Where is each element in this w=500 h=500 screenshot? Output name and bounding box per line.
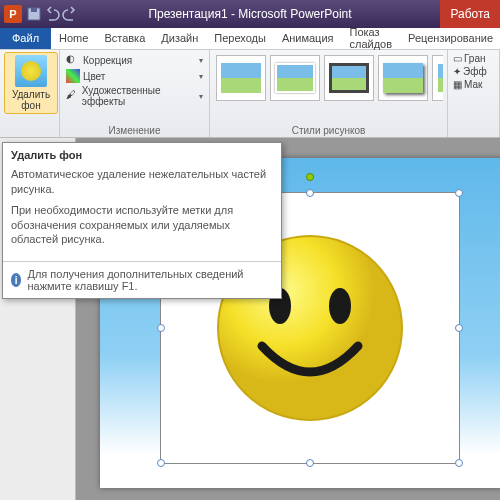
tab-home[interactable]: Home: [51, 27, 96, 49]
resize-handle[interactable]: [157, 459, 165, 467]
picture-layout-button[interactable]: ▦Мак: [452, 78, 495, 91]
color-button[interactable]: Цвет▾: [64, 68, 205, 84]
style-thumb[interactable]: [378, 55, 428, 101]
chevron-down-icon: ▾: [199, 72, 203, 81]
ribbon-tabs: Файл Home Вставка Дизайн Переходы Анимац…: [0, 28, 500, 50]
effects-icon: ✦: [453, 66, 461, 77]
tab-animations[interactable]: Анимация: [274, 27, 342, 49]
tab-slideshow[interactable]: Показ слайдов: [342, 27, 401, 49]
style-thumb[interactable]: [270, 55, 320, 101]
resize-handle[interactable]: [306, 189, 314, 197]
app-icon: P: [4, 5, 22, 23]
corrections-button[interactable]: ◐Коррекция▾: [64, 52, 205, 68]
tooltip-footer: i Для получения дополнительных сведений …: [3, 261, 281, 298]
artistic-effects-button[interactable]: 🖌Художественные эффекты▾: [64, 84, 205, 108]
svg-point-4: [329, 288, 351, 324]
info-icon: i: [11, 273, 21, 287]
chevron-down-icon: ▾: [199, 56, 203, 65]
remove-background-icon: [15, 55, 47, 87]
group-picture-styles: Стили рисунков: [210, 50, 448, 137]
svg-rect-1: [31, 8, 37, 12]
layout-icon: ▦: [453, 79, 462, 90]
redo-icon[interactable]: [62, 6, 78, 22]
tab-transitions[interactable]: Переходы: [206, 27, 274, 49]
tab-design[interactable]: Дизайн: [153, 27, 206, 49]
picture-border-button[interactable]: ▭Гран: [452, 52, 495, 65]
remove-background-label: Удалитьфон: [12, 89, 50, 111]
resize-handle[interactable]: [455, 324, 463, 332]
resize-handle[interactable]: [455, 459, 463, 467]
group-label-styles: Стили рисунков: [210, 125, 447, 136]
style-thumb[interactable]: [216, 55, 266, 101]
artistic-icon: 🖌: [66, 89, 79, 103]
rotate-handle[interactable]: [306, 173, 314, 181]
picture-style-gallery[interactable]: [214, 52, 443, 118]
window-title: Презентация1 - Microsoft PowerPoint: [148, 7, 351, 21]
color-icon: [66, 69, 80, 83]
group-remove-background: Удалитьфон: [0, 50, 60, 137]
tab-review[interactable]: Рецензирование: [400, 27, 500, 49]
resize-handle[interactable]: [306, 459, 314, 467]
chevron-down-icon: ▾: [199, 92, 203, 101]
tooltip-title: Удалить фон: [3, 143, 281, 165]
remove-background-button[interactable]: Удалитьфон: [4, 52, 58, 114]
save-icon[interactable]: [26, 6, 42, 22]
titlebar: P Презентация1 - Microsoft PowerPoint Ра…: [0, 0, 500, 28]
corrections-icon: ◐: [66, 53, 80, 67]
style-thumb[interactable]: [432, 55, 443, 101]
tooltip-body: Автоматическое удаление нежелательных ча…: [3, 165, 281, 261]
resize-handle[interactable]: [157, 324, 165, 332]
picture-effects-button[interactable]: ✦Эфф: [452, 65, 495, 78]
border-icon: ▭: [453, 53, 462, 64]
picture-tools-context-tab[interactable]: Работа: [440, 0, 500, 28]
undo-icon[interactable]: [44, 6, 60, 22]
group-adjust: ◐Коррекция▾ Цвет▾ 🖌Художественные эффект…: [60, 50, 210, 137]
group-picture-format: ▭Гран ✦Эфф ▦Мак: [448, 50, 500, 137]
ribbon: Удалитьфон ◐Коррекция▾ Цвет▾ 🖌Художестве…: [0, 50, 500, 138]
resize-handle[interactable]: [455, 189, 463, 197]
file-tab[interactable]: Файл: [0, 27, 51, 49]
quick-access-toolbar: [26, 6, 78, 22]
group-label-adjust: Изменение: [60, 125, 209, 136]
tooltip-remove-background: Удалить фон Автоматическое удаление неже…: [2, 142, 282, 299]
style-thumb[interactable]: [324, 55, 374, 101]
tab-insert[interactable]: Вставка: [96, 27, 153, 49]
